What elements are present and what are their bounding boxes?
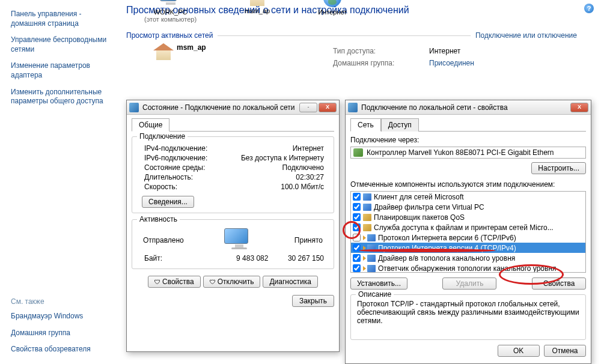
close-dialog-button[interactable]: Закрыть bbox=[292, 295, 334, 307]
component-item[interactable]: Драйвер фильтра сети Virtual PC bbox=[351, 202, 585, 212]
map-internet: Интернет bbox=[318, 0, 347, 16]
component-item[interactable]: Ответчик обнаружения топологии канальног… bbox=[351, 263, 585, 273]
active-networks-header: Просмотр активных сетей Подключение или … bbox=[126, 31, 601, 40]
speed-label: Скорость: bbox=[138, 183, 228, 191]
component-icon bbox=[367, 255, 376, 262]
close-button[interactable]: X bbox=[570, 103, 588, 112]
connection-group-title: Подключение bbox=[137, 132, 188, 141]
properties-dialog: Подключение по локальной сети - свойства… bbox=[345, 100, 591, 364]
component-icon bbox=[367, 244, 376, 252]
component-properties-button[interactable]: Свойства bbox=[532, 278, 586, 290]
connect-disconnect-link[interactable]: Подключение или отключение bbox=[475, 31, 577, 40]
sidebar-adapter-link[interactable]: Изменение параметров адаптера bbox=[5, 58, 121, 83]
component-icon bbox=[363, 204, 371, 211]
minimize-button[interactable]: ‑ bbox=[299, 103, 317, 112]
protocol-arrow-icon bbox=[363, 266, 366, 271]
adapter-name: Контроллер Marvell Yukon 88E8071 PCI-E G… bbox=[367, 148, 554, 157]
diagnose-button[interactable]: Диагностика bbox=[263, 276, 318, 288]
component-checkbox[interactable] bbox=[353, 264, 361, 272]
component-checkbox[interactable] bbox=[353, 193, 361, 201]
sidebar-sharing-link[interactable]: Изменить дополнительные параметры общего… bbox=[5, 84, 121, 110]
properties-dialog-title: Подключение по локальной сети - свойства bbox=[361, 103, 569, 112]
active-network-row: msm_ap Тип доступа:Интернет Домашняя гру… bbox=[150, 43, 601, 67]
description-header: Описание bbox=[356, 290, 394, 299]
house-icon bbox=[153, 43, 174, 60]
component-checkbox[interactable] bbox=[353, 213, 361, 221]
tab-sharing[interactable]: Доступ bbox=[381, 118, 419, 132]
component-item[interactable]: Протокол Интернета версии 4 (TCP/IPv4) bbox=[351, 243, 585, 253]
active-networks-label: Просмотр активных сетей bbox=[126, 31, 213, 40]
bytes-sent: 9 483 082 bbox=[228, 254, 276, 262]
status-dialog-titlebar[interactable]: Состояние - Подключение по локальной сет… bbox=[127, 100, 339, 115]
see-also-homegroup[interactable]: Домашняя группа bbox=[5, 325, 121, 342]
protocol-arrow-icon bbox=[363, 235, 366, 240]
sidebar-nav: Панель управления - домашняя страница Уп… bbox=[0, 0, 126, 364]
adapter-field: Контроллер Marvell Yukon 88E8071 PCI-E G… bbox=[350, 147, 586, 159]
homegroup-value[interactable]: Присоединен bbox=[429, 59, 474, 67]
house-icon bbox=[247, 0, 267, 6]
component-icon bbox=[363, 193, 371, 201]
disable-button[interactable]: Отключить bbox=[203, 276, 261, 288]
see-also: См. также Брандмауэр Windows Домашняя гр… bbox=[5, 295, 121, 358]
duration-value: 02:30:27 bbox=[228, 173, 328, 181]
sidebar-home-link[interactable]: Панель управления - домашняя страница bbox=[5, 6, 121, 32]
component-label: Драйвер фильтра сети Virtual PC bbox=[374, 203, 484, 211]
component-label: Служба доступа к файлам и принтерам сете… bbox=[374, 223, 554, 232]
component-item[interactable]: Клиент для сетей Microsoft bbox=[351, 192, 585, 202]
ok-button[interactable]: OK bbox=[498, 345, 540, 357]
network-icon bbox=[129, 103, 139, 112]
map-ap-label: msm_ap bbox=[245, 7, 270, 14]
sent-label: Отправлено bbox=[143, 236, 184, 244]
map-pc-label: WORK_PC bbox=[144, 8, 197, 16]
bytes-label: Байт: bbox=[138, 254, 228, 262]
ipv4-label: IPv4-подключение: bbox=[138, 144, 228, 153]
globe-icon bbox=[323, 0, 341, 7]
see-also-firewall[interactable]: Брандмауэр Windows bbox=[5, 308, 121, 325]
component-item[interactable]: Служба доступа к файлам и принтерам сете… bbox=[351, 222, 585, 232]
homegroup-label: Домашняя группа: bbox=[333, 59, 417, 67]
status-dialog-title: Состояние - Подключение по локальной сет… bbox=[142, 103, 298, 112]
ipv6-label: IPv6-подключение: bbox=[138, 154, 228, 162]
component-label: Планировщик пакетов QoS bbox=[374, 213, 465, 222]
monitor-icon bbox=[224, 228, 254, 250]
received-label: Принято bbox=[294, 236, 323, 244]
sidebar-wireless-link[interactable]: Управление беспроводными сетями bbox=[5, 32, 121, 58]
media-label: Состояние среды: bbox=[138, 163, 228, 172]
properties-dialog-titlebar[interactable]: Подключение по локальной сети - свойства… bbox=[346, 100, 591, 115]
component-label: Ответчик обнаружения топологии канальног… bbox=[378, 264, 557, 273]
activity-group: Активность Отправлено Принято Байт:9 483… bbox=[132, 219, 334, 269]
component-item[interactable]: Планировщик пакетов QoS bbox=[351, 212, 585, 222]
component-icon bbox=[367, 265, 376, 272]
component-checkbox[interactable] bbox=[353, 234, 361, 241]
tab-general[interactable]: Общие bbox=[132, 118, 169, 132]
see-also-inetoptions[interactable]: Свойства обозревателя bbox=[5, 341, 121, 358]
component-checkbox[interactable] bbox=[353, 254, 361, 262]
see-also-header: См. также bbox=[5, 295, 121, 308]
media-value: Подключено bbox=[228, 163, 328, 172]
cancel-button[interactable]: Отмена bbox=[544, 345, 586, 357]
install-button[interactable]: Установить... bbox=[350, 278, 407, 290]
duration-label: Длительность: bbox=[138, 173, 228, 181]
components-list[interactable]: Клиент для сетей MicrosoftДрайвер фильтр… bbox=[350, 191, 586, 273]
properties-button[interactable]: Свойства bbox=[148, 276, 201, 288]
status-dialog: Состояние - Подключение по локальной сет… bbox=[126, 100, 340, 352]
component-checkbox[interactable] bbox=[353, 203, 361, 211]
map-pc-sublabel: (этот компьютер) bbox=[144, 16, 197, 23]
component-item[interactable]: Протокол Интернета версии 6 (TCP/IPv6) bbox=[351, 232, 585, 243]
component-item[interactable]: Драйвер в/в тополога канального уровня bbox=[351, 253, 585, 263]
properties-tabs: Сеть Доступ bbox=[350, 118, 586, 132]
component-checkbox[interactable] bbox=[353, 244, 361, 252]
map-this-pc: WORK_PC (этот компьютер) bbox=[144, 0, 197, 23]
component-icon bbox=[363, 224, 371, 231]
uninstall-button[interactable]: Удалить bbox=[442, 278, 496, 290]
tab-network[interactable]: Сеть bbox=[350, 118, 381, 132]
components-label: Отмеченные компоненты используются этим … bbox=[350, 180, 586, 189]
component-checkbox[interactable] bbox=[353, 223, 361, 231]
details-button[interactable]: Сведения... bbox=[142, 196, 194, 208]
access-type-value: Интернет bbox=[429, 47, 460, 55]
ipv4-value: Интернет bbox=[228, 144, 328, 153]
close-button[interactable]: X bbox=[319, 103, 337, 112]
computer-icon bbox=[160, 0, 182, 7]
component-label: Драйвер в/в тополога канального уровня bbox=[378, 254, 515, 262]
configure-button[interactable]: Настроить... bbox=[531, 162, 586, 174]
